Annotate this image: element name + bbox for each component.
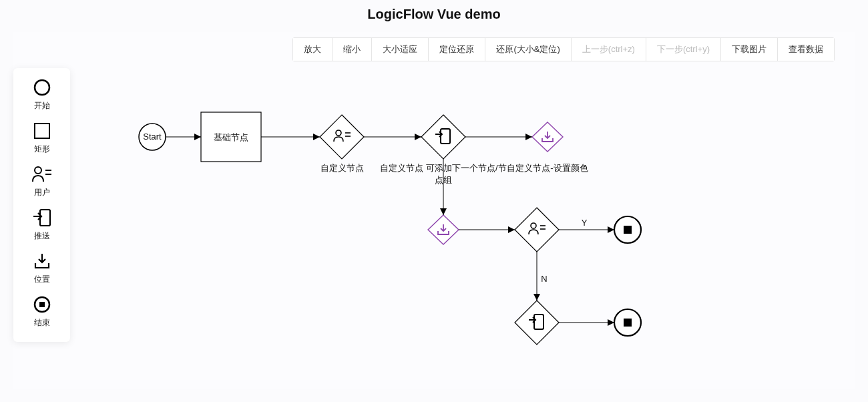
custom-node-push[interactable] <box>421 115 465 159</box>
svg-marker-8 <box>515 208 559 252</box>
svg-point-18 <box>35 80 49 95</box>
base-label: 基础节点 <box>214 132 248 144</box>
svg-marker-6 <box>532 122 563 152</box>
reset-all-button[interactable]: 还原(大小&定位) <box>485 38 571 61</box>
page-title: LogicFlow Vue demo <box>0 0 868 22</box>
palette-end-label: 结束 <box>34 317 50 329</box>
download-icon <box>32 251 52 271</box>
start-label: Start <box>143 132 161 142</box>
custom-node-user[interactable] <box>320 115 364 159</box>
palette-rect[interactable]: 矩形 <box>32 121 52 155</box>
download-button[interactable]: 下载图片 <box>721 38 778 61</box>
palette-location-label: 位置 <box>34 274 50 285</box>
svg-point-12 <box>614 216 641 243</box>
canvas[interactable]: Start 基础节点 自定义节点 自定义节点 可添加下一个节点/节点组 自定义节… <box>13 32 855 389</box>
palette-start-label: 开始 <box>34 100 50 112</box>
undo-button[interactable]: 上一步(ctrl+z) <box>572 38 646 61</box>
palette-user-label: 用户 <box>34 187 50 198</box>
svg-rect-19 <box>35 124 49 138</box>
svg-marker-0 <box>320 115 364 159</box>
svg-rect-25 <box>39 302 45 307</box>
zoom-in-button[interactable]: 放大 <box>293 38 333 61</box>
n-label: N <box>541 274 547 284</box>
custom-label: 自定义节点 <box>320 162 364 174</box>
push-node-bottom[interactable] <box>515 300 559 345</box>
svg-marker-14 <box>515 300 559 345</box>
end-node-1[interactable] <box>614 216 641 243</box>
circle-icon <box>32 77 52 97</box>
palette-rect-label: 矩形 <box>34 144 50 155</box>
download-node-2[interactable] <box>428 215 459 244</box>
toolbar: 放大 缩小 大小适应 定位还原 还原(大小&定位) 上一步(ctrl+z) 下一… <box>292 37 835 61</box>
palette-push[interactable]: 推送 <box>32 208 52 242</box>
palette-start[interactable]: 开始 <box>32 77 52 112</box>
palette-push-label: 推送 <box>34 230 50 242</box>
flowchart <box>13 32 855 389</box>
shape-palette: 开始 矩形 用户 推送 <box>13 68 70 342</box>
user-icon <box>32 164 52 184</box>
end-icon <box>32 294 52 315</box>
user-decision-node[interactable] <box>515 208 559 252</box>
svg-rect-17 <box>624 319 632 327</box>
square-icon <box>32 121 52 141</box>
svg-marker-4 <box>421 115 465 159</box>
svg-point-1 <box>336 130 341 136</box>
custom-color-label: 自定义节点-设置颜色 <box>507 162 588 174</box>
push-icon <box>32 208 52 228</box>
custom-add-label: 自定义节点 可添加下一个节点/节点组 <box>377 162 510 186</box>
fit-button[interactable]: 大小适应 <box>372 38 429 61</box>
zoom-out-button[interactable]: 缩小 <box>333 38 372 61</box>
reset-pos-button[interactable]: 定位还原 <box>429 38 485 61</box>
svg-rect-13 <box>624 226 632 234</box>
svg-point-16 <box>614 309 641 336</box>
svg-point-9 <box>531 223 536 228</box>
palette-location[interactable]: 位置 <box>32 251 52 285</box>
redo-button[interactable]: 下一步(ctrl+y) <box>646 38 721 61</box>
view-data-button[interactable]: 查看数据 <box>778 38 834 61</box>
palette-user[interactable]: 用户 <box>32 164 52 198</box>
custom-node-color[interactable] <box>532 122 563 152</box>
svg-rect-5 <box>441 129 450 144</box>
svg-marker-7 <box>428 215 459 244</box>
y-label: Y <box>582 218 588 228</box>
palette-end[interactable]: 结束 <box>32 294 52 329</box>
svg-rect-23 <box>40 210 50 226</box>
end-node-2[interactable] <box>614 309 641 336</box>
svg-rect-15 <box>534 315 544 329</box>
svg-point-20 <box>35 167 41 174</box>
